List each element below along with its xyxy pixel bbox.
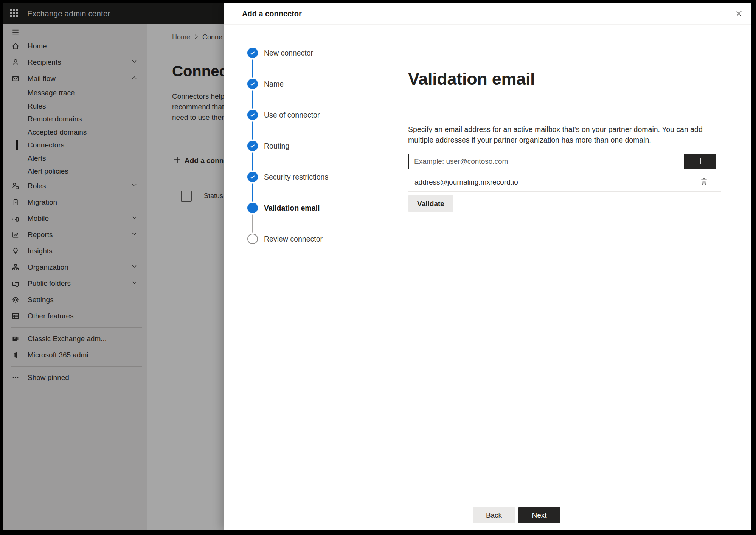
dialog-content: Validation email Specify an email addres… xyxy=(380,25,751,500)
add-connector-dialog: Add a connector New connectorNameUse of … xyxy=(224,3,751,530)
dialog-header: Add a connector xyxy=(224,3,751,25)
close-icon xyxy=(735,9,743,19)
wizard-step-routing: Routing xyxy=(224,141,380,151)
wizard-step-use-of-connector: Use of connector xyxy=(224,110,380,120)
step-completed-icon xyxy=(247,110,258,120)
divider xyxy=(408,191,721,192)
step-connector-line xyxy=(252,59,253,78)
dialog-footer: Back Next xyxy=(224,500,751,530)
step-label: Routing xyxy=(264,142,289,150)
address-text: address@journaling.mxrecord.io xyxy=(414,178,699,186)
step-description: Specify an email address for an active m… xyxy=(408,124,703,145)
step-label: Review connector xyxy=(264,235,323,243)
dialog-title: Add a connector xyxy=(224,9,302,18)
step-current-icon xyxy=(247,203,258,213)
wizard-step-review-connector: Review connector xyxy=(224,234,380,244)
step-label: New connector xyxy=(264,49,313,57)
step-label: Validation email xyxy=(264,204,320,212)
step-completed-icon xyxy=(247,79,258,89)
step-completed-icon xyxy=(247,141,258,151)
validate-button[interactable]: Validate xyxy=(408,195,453,212)
address-list: address@journaling.mxrecord.io xyxy=(408,173,716,191)
step-upcoming-icon xyxy=(247,234,258,244)
address-row: address@journaling.mxrecord.io xyxy=(408,173,716,191)
wizard-step-security-restrictions: Security restrictions xyxy=(224,172,380,182)
wizard-step-name: Name xyxy=(224,79,380,89)
wizard-steps: New connectorNameUse of connectorRouting… xyxy=(224,25,380,500)
step-completed-icon xyxy=(247,48,258,58)
delete-address-button[interactable] xyxy=(699,177,709,188)
wizard-step-validation-email: Validation email xyxy=(224,203,380,213)
step-connector-line xyxy=(252,121,253,140)
close-button[interactable] xyxy=(733,8,745,20)
step-completed-icon xyxy=(247,172,258,182)
screen: Exchange admin center HomeRecipientsMail… xyxy=(3,3,751,530)
step-label: Use of connector xyxy=(264,111,320,119)
step-connector-line xyxy=(252,183,253,202)
validation-email-input[interactable] xyxy=(408,154,685,169)
plus-icon xyxy=(696,156,706,167)
step-heading: Validation email xyxy=(408,69,751,89)
step-connector-line xyxy=(252,214,253,233)
step-connector-line xyxy=(252,152,253,171)
step-label: Name xyxy=(264,80,284,88)
next-button[interactable]: Next xyxy=(518,507,560,523)
step-connector-line xyxy=(252,90,253,109)
step-label: Security restrictions xyxy=(264,173,328,181)
trash-icon xyxy=(700,177,708,187)
wizard-step-new-connector: New connector xyxy=(224,48,380,58)
add-address-button[interactable] xyxy=(685,154,716,169)
back-button[interactable]: Back xyxy=(473,507,515,523)
